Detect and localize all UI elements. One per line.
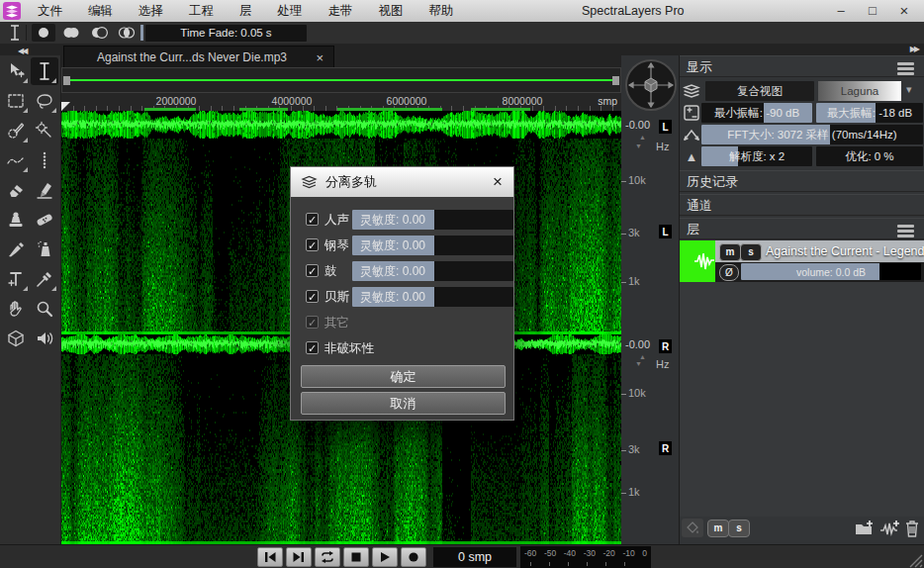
tab-scroll-right-button[interactable]: ▶▶ (910, 45, 918, 53)
max-amplitude-slider[interactable]: 最大振幅: -18 dB (816, 103, 923, 123)
display-menu-icon[interactable] (897, 62, 914, 65)
layers-menu-icon[interactable] (897, 225, 914, 228)
tool-lasso-selection[interactable] (31, 87, 58, 115)
tool-text[interactable] (2, 265, 30, 293)
tool-harmonics-selection[interactable] (31, 146, 58, 174)
layer-color-button[interactable] (682, 519, 703, 537)
loop-button[interactable] (315, 547, 340, 567)
record-button[interactable] (401, 547, 426, 567)
menu-project[interactable]: 工程 (176, 0, 227, 22)
stop-button[interactable] (343, 547, 369, 567)
tool-heal[interactable] (31, 206, 58, 234)
layers-solo-all-button[interactable]: s (728, 520, 750, 537)
tool-monitor[interactable] (31, 325, 58, 352)
resolution-slider[interactable]: 解析度: x 2 (701, 146, 812, 166)
layer-solo-button[interactable]: s (740, 243, 762, 261)
menu-layer[interactable]: 层 (227, 0, 265, 22)
piano-sensitivity-slider[interactable]: 灵敏度: 0.00 (352, 236, 513, 255)
triangle-down-icon[interactable]: ▼ (635, 142, 642, 149)
tab-scroll-left-button[interactable]: ◀◀ (18, 47, 26, 55)
skip-to-end-button[interactable] (286, 547, 312, 567)
triangle-up-icon[interactable]: ▲ (639, 353, 646, 360)
bass-sensitivity-slider[interactable]: 灵敏度: 0.00 (352, 287, 513, 307)
selection-mode-replace-button[interactable] (32, 24, 55, 42)
time-fade-field[interactable]: Time Fade: 0.05 s (145, 25, 307, 42)
delete-layer-button[interactable] (903, 519, 921, 538)
close-button[interactable]: × (896, 0, 912, 22)
colormap-dropdown[interactable]: Laguna (818, 81, 901, 101)
dialog-title-bar[interactable]: 分离多轨 × (291, 167, 513, 197)
layer-volume-slider[interactable]: volume: 0.0 dB (741, 263, 921, 280)
fft-size-icon[interactable] (682, 125, 701, 144)
tool-clone-stamp[interactable] (2, 206, 30, 234)
cancel-button[interactable]: 取消 (301, 392, 506, 415)
play-button[interactable] (372, 547, 398, 567)
3d-navigation-ball[interactable] (623, 57, 679, 113)
chevron-down-icon[interactable]: ▾ (906, 83, 912, 96)
tool-zoom[interactable] (31, 295, 58, 323)
menu-edit[interactable]: 编辑 (75, 0, 126, 22)
menu-transport[interactable]: 走带 (316, 0, 366, 22)
drums-checkbox[interactable]: ✓ (306, 264, 319, 277)
overview-handle-left[interactable] (63, 76, 70, 85)
minimize-button[interactable]: – (833, 0, 849, 22)
layer-thumbnail[interactable] (680, 240, 715, 282)
menu-file[interactable]: 文件 (25, 0, 75, 22)
tool-highlighter[interactable] (31, 176, 58, 204)
maximize-button[interactable]: □ (865, 0, 880, 22)
refinement-slider[interactable]: 优化: 0 % (816, 146, 923, 166)
ok-button[interactable]: 确定 (301, 365, 506, 388)
playhead-marker[interactable] (61, 102, 70, 111)
display-section-header[interactable]: 显示 (680, 55, 924, 77)
waveform-strip-left[interactable] (61, 111, 621, 139)
tool-picker[interactable] (31, 265, 58, 293)
tool-brush-selection[interactable] (2, 117, 30, 144)
playhead-position-display[interactable]: 0 smp (433, 547, 516, 567)
new-layer-button[interactable] (879, 520, 901, 537)
layers-view-icon[interactable] (682, 81, 701, 101)
resolution-icon[interactable]: ▲ (682, 146, 701, 166)
new-group-button[interactable] (854, 520, 876, 537)
triangle-up-icon[interactable]: ▲ (639, 134, 646, 141)
tool-eraser[interactable] (2, 176, 30, 204)
skip-to-start-button[interactable] (257, 547, 283, 567)
layer-row[interactable]: m s Against the Current - Legend Ø volum… (680, 240, 924, 282)
time-ruler[interactable]: 2000000 4000000 6000000 8000000 smp (61, 93, 621, 111)
selection-mode-subtract-button[interactable] (87, 24, 111, 42)
layers-mute-all-button[interactable]: m (707, 520, 729, 537)
tool-spray[interactable] (31, 236, 58, 263)
channels-section-header[interactable]: 通道 (680, 194, 924, 216)
menu-help[interactable]: 帮助 (416, 0, 467, 22)
nondestructive-checkbox[interactable]: ✓ (306, 341, 319, 354)
layer-mute-button[interactable]: m (719, 243, 741, 261)
layer-phase-button[interactable]: Ø (719, 264, 739, 281)
bass-checkbox[interactable]: ✓ (306, 290, 319, 303)
history-section-header[interactable]: 历史记录 (680, 170, 924, 192)
menu-select[interactable]: 选择 (126, 0, 176, 22)
fft-size-slider[interactable]: FFT大小: 3072 采样 (70ms/14Hz) (701, 125, 923, 144)
tab-close-icon[interactable]: × (316, 50, 323, 65)
tool-hand[interactable] (2, 295, 30, 323)
amplitude-range-icon[interactable] (682, 103, 701, 123)
vocals-sensitivity-slider[interactable]: 灵敏度: 0.00 (352, 210, 513, 230)
tool-magic-wand[interactable] (31, 117, 58, 144)
layers-section-header[interactable]: 层 (680, 218, 924, 239)
dialog-close-icon[interactable]: × (493, 167, 503, 197)
composite-view-button[interactable]: 复合视图 (705, 81, 814, 101)
piano-checkbox[interactable]: ✓ (306, 238, 319, 251)
menu-view[interactable]: 视图 (366, 0, 416, 22)
tool-draw[interactable] (2, 236, 30, 263)
tool-time-selection[interactable] (31, 57, 58, 85)
selection-mode-add-button[interactable] (59, 24, 83, 42)
menu-process[interactable]: 处理 (265, 0, 316, 22)
drums-sensitivity-slider[interactable]: 灵敏度: 0.00 (352, 261, 513, 281)
tool-frequency-selection[interactable] (2, 146, 30, 174)
triangle-down-icon[interactable]: ▼ (635, 360, 642, 367)
tool-rectangle-selection[interactable] (2, 87, 30, 115)
vocals-checkbox[interactable]: ✓ (306, 213, 319, 226)
min-amplitude-slider[interactable]: 最小振幅: -90 dB (701, 103, 812, 123)
selection-mode-intersect-button[interactable] (115, 24, 139, 42)
tool-3d-view[interactable] (2, 325, 30, 352)
overview-handle-right[interactable] (612, 76, 619, 85)
tab-against-the-current[interactable]: Against the Curr...ds Never Die.mp3 × (63, 46, 334, 68)
